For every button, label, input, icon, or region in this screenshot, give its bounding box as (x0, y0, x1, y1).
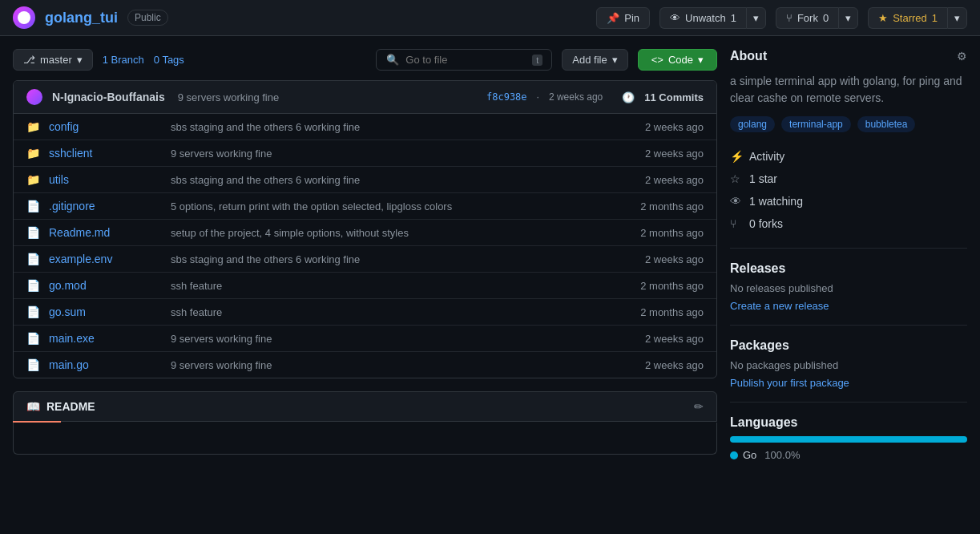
file-list: 📁 config sbs staging and the others 6 wo… (14, 114, 716, 378)
star-dropdown[interactable]: ▾ (947, 7, 967, 29)
star-button[interactable]: ★ Starred 1 (868, 7, 947, 29)
file-time: 2 weeks ago (623, 148, 704, 160)
tag-bubbletea[interactable]: bubbletea (857, 116, 916, 132)
file-name-link[interactable]: go.mod (49, 279, 161, 292)
file-icon: 📄 (26, 279, 39, 292)
repo-logo (13, 6, 35, 29)
go-lang-name: Go (743, 449, 756, 461)
file-time: 2 weeks ago (623, 359, 704, 371)
activity-row[interactable]: ⚡ Activity (730, 145, 967, 168)
file-commit-message: sbs staging and the others 6 working fin… (171, 253, 614, 265)
file-name-link[interactable]: config (49, 120, 161, 133)
commit-header: N-Ignacio-Bouffanais 9 servers working f… (14, 81, 716, 114)
about-header: About ⚙ (730, 49, 967, 63)
branch-icon: ⎇ (23, 54, 35, 66)
commit-author[interactable]: N-Ignacio-Bouffanais (52, 91, 165, 103)
table-row: 📄 example.env sbs staging and the others… (14, 246, 716, 273)
divider-packages (730, 325, 967, 326)
file-commit-message: setup of the project, 4 simple options, … (171, 227, 614, 239)
unwatch-button[interactable]: 👁 Unwatch 1 (659, 7, 746, 29)
file-time: 2 weeks ago (623, 174, 704, 186)
go-lang-percent: 100.0% (764, 449, 800, 461)
file-time: 2 months ago (623, 200, 704, 212)
commit-time: 2 weeks ago (549, 91, 603, 103)
about-title: About (730, 49, 767, 63)
search-input[interactable] (405, 54, 526, 66)
fork-button[interactable]: ⑂ Fork 0 (776, 7, 838, 29)
releases-subtitle: No releases published (730, 282, 967, 294)
file-table: N-Ignacio-Bouffanais 9 servers working f… (13, 80, 717, 378)
star-icon: ★ (878, 12, 888, 24)
file-commit-message: sbs staging and the others 6 working fin… (171, 174, 614, 186)
fork-dropdown[interactable]: ▾ (838, 7, 858, 29)
packages-subtitle: No packages published (730, 359, 967, 371)
eye-stat-icon: 👁 (730, 195, 743, 208)
fork-icon: ⑂ (786, 12, 792, 24)
code-icon: <> (651, 54, 663, 66)
top-nav: golang_tui Public 📌 Pin 👁 Unwatch 1 ▾ ⑂ … (0, 0, 980, 36)
commit-hash[interactable]: f8c938e (486, 91, 527, 103)
file-commit-message: 9 servers working fine (171, 333, 614, 345)
file-name-link[interactable]: .gitignore (49, 200, 161, 212)
pin-button[interactable]: 📌 Pin (596, 7, 650, 29)
book-icon: 📖 (26, 400, 40, 413)
file-icon: 📄 (26, 226, 39, 239)
divider-languages (730, 402, 967, 403)
file-name-link[interactable]: go.sum (49, 305, 161, 318)
commit-count[interactable]: 11 Commits (644, 91, 704, 103)
language-go: Go 100.0% (730, 449, 967, 461)
languages-section: Languages Go 100.0% (730, 415, 967, 461)
divider-releases (730, 248, 967, 249)
table-row: 📄 main.go 9 servers working fine 2 weeks… (14, 352, 716, 378)
tag-terminal-app[interactable]: terminal-app (781, 116, 851, 132)
folder-icon: 📁 (26, 173, 39, 186)
file-commit-message: 5 options, return print with the option … (171, 200, 614, 212)
gear-icon[interactable]: ⚙ (957, 50, 967, 63)
code-button[interactable]: <> Code ▾ (638, 49, 717, 71)
fork-count: 0 (823, 12, 829, 24)
right-panel: About ⚙ a simple terminal app with golan… (730, 49, 967, 461)
tag-count-link[interactable]: 0 Tags (154, 54, 184, 66)
tag-golang[interactable]: golang (730, 116, 775, 132)
language-bar (730, 436, 967, 443)
create-release-link[interactable]: Create a new release (730, 300, 829, 312)
visibility-badge: Public (127, 10, 168, 26)
watching-row[interactable]: 👁 1 watching (730, 190, 967, 212)
table-row: 📄 go.mod ssh feature 2 months ago (14, 273, 716, 299)
forks-row[interactable]: ⑂ 0 forks (730, 212, 967, 235)
branch-bar: ⎇ master ▾ 1 Branch 0 Tags 🔍 t Add file … (13, 49, 717, 71)
chevron-down-icon: ▾ (77, 54, 83, 66)
folder-icon: 📁 (26, 147, 39, 160)
publish-package-link[interactable]: Publish your first package (730, 377, 849, 389)
file-name-link[interactable]: example.env (49, 253, 161, 265)
branch-selector[interactable]: ⎇ master ▾ (13, 49, 93, 71)
unwatch-dropdown[interactable]: ▾ (746, 7, 766, 29)
add-file-button[interactable]: Add file ▾ (562, 49, 627, 71)
stars-row[interactable]: ☆ 1 star (730, 168, 967, 190)
file-name-link[interactable]: utils (49, 173, 161, 186)
fork-label: Fork (797, 12, 818, 24)
forks-label: 0 forks (749, 217, 783, 230)
file-name-link[interactable]: sshclient (49, 147, 161, 160)
branch-count-link[interactable]: 1 Branch (103, 54, 144, 66)
file-icon: 📄 (26, 305, 39, 318)
file-name-link[interactable]: main.exe (49, 332, 161, 345)
search-bar: 🔍 t (376, 49, 552, 71)
file-icon: 📄 (26, 358, 39, 371)
branch-current: master (40, 54, 72, 66)
about-description: a simple terminal app with golang, for p… (730, 73, 967, 107)
edit-icon[interactable]: ✏ (694, 400, 704, 413)
readme-title: README (46, 400, 95, 413)
activity-label: Activity (749, 150, 784, 163)
main-content: ⎇ master ▾ 1 Branch 0 Tags 🔍 t Add file … (0, 36, 980, 474)
file-icon: 📄 (26, 253, 39, 265)
file-commit-message: 9 servers working fine (171, 359, 614, 371)
repo-name[interactable]: golang_tui (45, 10, 118, 26)
readme-content (13, 423, 717, 455)
search-kbd: t (532, 55, 542, 66)
commit-author-avatar (26, 89, 42, 105)
starred-count: 1 (932, 12, 938, 24)
file-name-link[interactable]: main.go (49, 358, 161, 371)
file-name-link[interactable]: Readme.md (49, 226, 161, 239)
packages-section: Packages No packages published Publish y… (730, 338, 967, 389)
